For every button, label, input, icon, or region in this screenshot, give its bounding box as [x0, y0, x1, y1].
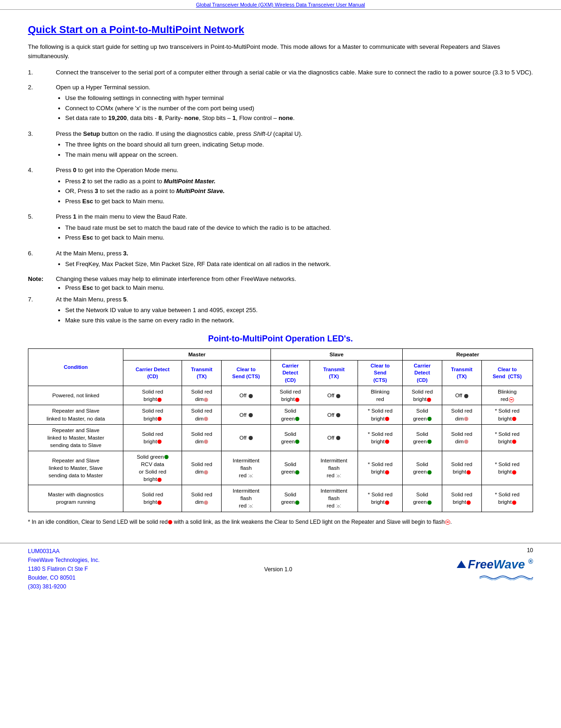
- step-3-num: 3.: [28, 129, 56, 160]
- row-2-slave-cd: Solidgreen: [270, 405, 310, 424]
- col-condition-header: Condition: [28, 349, 123, 386]
- row-1-slave-cts: Blinkingred: [358, 386, 403, 405]
- footer-address1: 1180 S Flatiron Ct Ste F: [28, 565, 100, 574]
- table-row: Repeater and Slavelinked to Master, no d…: [28, 405, 533, 424]
- row-3-slave-tx: Off: [310, 424, 358, 451]
- row-3-rep-tx: Solid reddim: [442, 424, 481, 451]
- col-slave-tx: Transmit(TX): [310, 361, 358, 386]
- step-2: 2. Open up a Hyper Terminal session. Use…: [28, 83, 533, 124]
- step-5-body: Press 1 in the main menu to view the Bau…: [56, 212, 533, 243]
- step-7-num: 7.: [28, 295, 56, 326]
- footer-page: 10: [527, 547, 533, 554]
- row-4-master-cd: Solid greenRCV dataor Solid redbright: [123, 451, 182, 485]
- step-7: 7. At the Main Menu, press 5. Set the Ne…: [28, 295, 533, 326]
- row-3-slave-cd: Solidgreen: [270, 424, 310, 451]
- wave-svg: [477, 573, 533, 580]
- table-row: Repeater and Slavelinked to Master, Mast…: [28, 424, 533, 451]
- footer-address: LUM0031AA FreeWave Technologies, Inc. 11…: [28, 547, 100, 592]
- main-title: Quick Start on a Point-to-MultiPoint Net…: [28, 24, 533, 36]
- col-slave-cd: CarrierDetect(CD): [270, 361, 310, 386]
- row-3-master-cd: Solid redbright: [123, 424, 182, 451]
- note-label: Note:: [28, 275, 56, 291]
- row-3-condition: Repeater and Slavelinked to Master, Mast…: [28, 424, 123, 451]
- row-4-slave-tx: Intermittentflashred ⁚o⁚: [310, 451, 358, 485]
- step-2-bullet-1: Use the following settings in connecting…: [65, 94, 533, 103]
- row-2-rep-tx: Solid reddim: [442, 405, 481, 424]
- step-6-bullet-1: Set FreqKey, Max Packet Size, Min Packet…: [65, 260, 533, 269]
- row-1-condition: Powered, not linked: [28, 386, 123, 405]
- row-5-rep-cts: * Solid redbright: [481, 485, 533, 512]
- row-3-rep-cts: * Solid redbright: [481, 424, 533, 451]
- step-2-num: 2.: [28, 83, 56, 124]
- col-rep-tx: Transmit(TX): [442, 361, 481, 386]
- row-5-master-cd: Solid redbright: [123, 485, 182, 512]
- row-1-slave-tx: Off: [310, 386, 358, 405]
- col-master-cd: Carrier Detect(CD): [123, 361, 182, 386]
- step-6-note: Note: Changing these values may help to …: [28, 275, 533, 291]
- row-1-slave-cd: Solid redbright: [270, 386, 310, 405]
- logo-triangle: [457, 561, 466, 568]
- page-footer: LUM0031AA FreeWave Technologies, Inc. 11…: [0, 543, 561, 596]
- row-4-master-tx: Solid reddim: [182, 451, 222, 485]
- step-3: 3. Press the Setup button on the radio. …: [28, 129, 533, 160]
- freewave-logo: FreeWave ®: [457, 557, 533, 572]
- step-1-body: Connect the transceiver to the serial po…: [56, 68, 533, 77]
- row-5-master-tx: Solid reddim: [182, 485, 222, 512]
- footnote: * In an idle condition, Clear to Send LE…: [28, 518, 533, 526]
- row-3-slave-cts: * Solid redbright: [358, 424, 403, 451]
- col-slave-cts: Clear toSend(CTS): [358, 361, 403, 386]
- row-5-slave-cd: Solidgreen: [270, 485, 310, 512]
- group-master: Master: [123, 349, 270, 361]
- col-master-tx: Transmit(TX): [182, 361, 222, 386]
- step-2-bullet-2: Connect to COMx (where 'x' is the number…: [65, 104, 533, 113]
- footer-right: 10 FreeWave ®: [457, 547, 533, 581]
- intro-text: The following is a quick start guide for…: [28, 42, 533, 60]
- row-1-master-cd: Solid redbright: [123, 386, 182, 405]
- footer-address2: Boulder, CO 80501: [28, 574, 100, 582]
- row-3-master-cts: Off: [222, 424, 270, 451]
- footer-phone: (303) 381-9200: [28, 582, 100, 591]
- step-6-num: 6.: [28, 249, 56, 270]
- row-4-rep-cts: * Solid redbright: [481, 451, 533, 485]
- row-5-rep-cd: Solidgreen: [403, 485, 442, 512]
- table-row: Repeater and Slavelinked to Master, Slav…: [28, 451, 533, 485]
- row-5-rep-tx: Solid redbright: [442, 485, 481, 512]
- step-5: 5. Press 1 in the main menu to view the …: [28, 212, 533, 243]
- col-master-cts: Clear toSend (CTS): [222, 361, 270, 386]
- row-4-condition: Repeater and Slavelinked to Master, Slav…: [28, 451, 123, 485]
- footer-doc-id: LUM0031AA: [28, 547, 100, 556]
- step-4: 4. Press 0 to get into the Operation Mod…: [28, 166, 533, 207]
- step-3-bullet-1: The three lights on the board should all…: [65, 140, 533, 149]
- row-4-slave-cd: Solidgreen: [270, 451, 310, 485]
- row-1-master-tx: Solid reddim: [182, 386, 222, 405]
- step-1-num: 1.: [28, 68, 56, 77]
- step-4-bullet-2: OR, Press 3 to set the radio as a point …: [65, 187, 533, 196]
- row-2-condition: Repeater and Slavelinked to Master, no d…: [28, 405, 123, 424]
- row-5-master-cts: Intermittentflashred ⁚o⁚: [222, 485, 270, 512]
- footer-company: FreeWave Technologies, Inc.: [28, 556, 100, 565]
- step-4-bullet-1: Press 2 to set the radio as a point to M…: [65, 177, 533, 186]
- logo-waves: [477, 573, 533, 581]
- table-row: Powered, not linked Solid redbright Soli…: [28, 386, 533, 405]
- row-2-master-cts: Off: [222, 405, 270, 424]
- row-2-slave-cts: * Solid redbright: [358, 405, 403, 424]
- step-4-bullet-3: Press Esc to get back to Main menu.: [65, 197, 533, 206]
- row-1-master-cts: Off: [222, 386, 270, 405]
- step-1: 1. Connect the transceiver to the serial…: [28, 68, 533, 77]
- row-1-rep-cd: Solid redbright: [403, 386, 442, 405]
- row-1-rep-cts: Blinkingred: [481, 386, 533, 405]
- step-6-body: At the Main Menu, press 3. Set FreqKey, …: [56, 249, 533, 270]
- step-5-bullet-1: The baud rate must be set to match the b…: [65, 223, 533, 233]
- step-2-bullet-3: Set data rate to 19,200, data bits - 8, …: [65, 114, 533, 123]
- step-4-num: 4.: [28, 166, 56, 207]
- page-header: Global Transceiver Module (GXM) Wireless…: [0, 0, 561, 10]
- step-7-bullet-1: Set the Network ID value to any value be…: [65, 306, 533, 315]
- row-4-rep-tx: Solid redbright: [442, 451, 481, 485]
- group-slave: Slave: [270, 349, 402, 361]
- row-4-rep-cd: Solidgreen: [403, 451, 442, 485]
- row-4-slave-cts: * Solid redbright: [358, 451, 403, 485]
- row-3-master-tx: Solid reddim: [182, 424, 222, 451]
- step-5-num: 5.: [28, 212, 56, 243]
- step-2-body: Open up a Hyper Terminal session. Use th…: [56, 83, 533, 124]
- footer-version: Version 1.0: [264, 566, 292, 573]
